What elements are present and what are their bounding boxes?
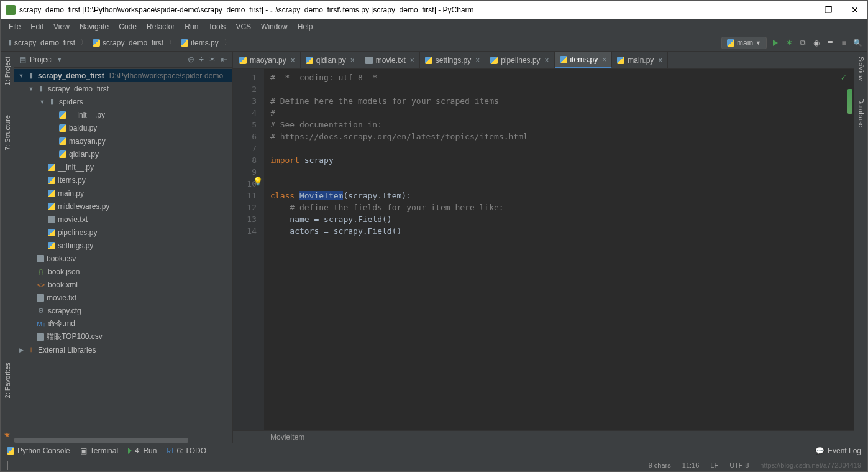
tree-file[interactable]: __init__.py	[14, 160, 232, 174]
tree-file[interactable]: pipelines.py	[14, 226, 232, 239]
tool-structure[interactable]: 7: Structure	[4, 113, 11, 153]
maximize-button[interactable]: ❐	[821, 4, 836, 16]
code-line[interactable]: # Define here the models for your scrape…	[270, 95, 854, 107]
code-line[interactable]: # define the fields for your item here l…	[270, 201, 854, 213]
collapse-icon[interactable]: ÷	[199, 55, 204, 64]
code-line[interactable]: import scrapy	[270, 154, 854, 166]
editor-tab[interactable]: qidian.py×	[301, 52, 360, 68]
menu-vcs[interactable]: VCS	[231, 21, 255, 32]
breadcrumb-mid[interactable]: scrapy_demo_first	[90, 38, 166, 48]
tree-file[interactable]: maoyan.py	[14, 134, 232, 147]
close-icon[interactable]: ×	[350, 56, 355, 65]
tree-file[interactable]: M↓命令.md	[14, 317, 232, 330]
status-position[interactable]: 11:16	[682, 461, 700, 469]
stop-button[interactable]: ■	[839, 38, 849, 48]
chevron-down-icon[interactable]: ▼	[18, 73, 24, 79]
tree-file[interactable]: items.py	[14, 174, 232, 187]
close-icon[interactable]: ×	[475, 56, 480, 65]
chevron-down-icon[interactable]: ▼	[28, 86, 34, 92]
editor-marker-stripe[interactable]	[846, 86, 854, 118]
editor-tab[interactable]: main.py×	[612, 52, 668, 68]
code-line[interactable]	[270, 178, 854, 190]
tree-file[interactable]: main.py	[14, 187, 232, 200]
close-icon[interactable]: ×	[291, 56, 295, 65]
editor-tab[interactable]: movie.txt×	[360, 52, 420, 68]
menu-refactor[interactable]: Refactor	[142, 21, 179, 32]
editor-tab[interactable]: pipelines.py×	[485, 52, 554, 68]
tree-package[interactable]: ▼ ▮ scrapy_demo_first	[14, 82, 232, 95]
debug-button[interactable]: ✶	[784, 38, 794, 48]
tree-file[interactable]: <>book.xml	[14, 278, 232, 291]
menu-code[interactable]: Code	[114, 21, 141, 32]
menu-edit[interactable]: Edit	[26, 21, 48, 32]
code-line[interactable]	[270, 83, 854, 95]
tool-todo[interactable]: ☑6: TODO	[167, 447, 206, 455]
inspection-ok-icon[interactable]: ✓	[841, 72, 846, 83]
sidebar-scrollbar[interactable]	[14, 437, 232, 443]
code-line[interactable]: # https://docs.scrapy.org/en/latest/topi…	[270, 131, 854, 142]
locate-icon[interactable]: ⊕	[188, 55, 194, 64]
menu-view[interactable]: View	[49, 21, 74, 32]
tool-python-console[interactable]: Python Console	[7, 447, 70, 455]
tool-terminal[interactable]: ▣Terminal	[80, 447, 118, 455]
code-line[interactable]: #	[270, 107, 854, 119]
chevron-down-icon[interactable]: ▼	[39, 99, 45, 105]
close-icon[interactable]: ×	[410, 56, 414, 65]
tree-file[interactable]: 猫眼TOP100.csv	[14, 330, 232, 343]
menu-window[interactable]: Window	[257, 21, 292, 32]
editor-breadcrumb[interactable]: MovieItem	[233, 430, 854, 443]
tree-file[interactable]: book.csv	[14, 252, 232, 265]
project-tree[interactable]: ▼ ▮ scrapy_demo_first D:\Python\workspac…	[14, 68, 232, 437]
menu-tools[interactable]: Tools	[204, 21, 230, 32]
close-icon[interactable]: ×	[602, 55, 606, 64]
editor-tab[interactable]: settings.py×	[420, 52, 485, 68]
editor-body[interactable]: 1234567891011121314 💡 ✓ # -*- coding: ut…	[233, 69, 854, 430]
status-encoding[interactable]: UTF-8	[729, 461, 749, 469]
menu-help[interactable]: Help	[293, 21, 318, 32]
status-line-separator[interactable]: LF	[710, 461, 718, 469]
code-line[interactable]: class MovieItem(scrapy.Item):	[270, 190, 854, 201]
search-everywhere-button[interactable]: 🔍	[852, 38, 862, 48]
chevron-down-icon[interactable]: ▼	[57, 57, 62, 63]
tree-root[interactable]: ▼ ▮ scrapy_demo_first D:\Python\workspac…	[14, 69, 232, 82]
menu-run[interactable]: Run	[180, 21, 203, 32]
code-line[interactable]: name = scrapy.Field()	[270, 213, 854, 225]
code-editor[interactable]: 💡 ✓ # -*- coding: utf-8 -*-# Define here…	[264, 69, 854, 430]
editor-tab[interactable]: items.py×	[555, 52, 613, 68]
tree-file[interactable]: middlewares.py	[14, 200, 232, 213]
tree-file[interactable]: __init__.py	[14, 108, 232, 121]
tree-file[interactable]: {}book.json	[14, 265, 232, 278]
tree-folder-spiders[interactable]: ▼ ▮ spiders	[14, 95, 232, 108]
settings-icon[interactable]: ✶	[209, 55, 216, 64]
tree-file[interactable]: baidu.py	[14, 121, 232, 134]
chevron-right-icon[interactable]: ▶	[18, 347, 24, 353]
tree-file[interactable]: qidian.py	[14, 147, 232, 160]
tool-run[interactable]: 4: Run	[128, 447, 157, 455]
run-coverage-button[interactable]: ⧉	[798, 38, 808, 48]
code-line[interactable]: # See documentation in:	[270, 119, 854, 131]
tool-database[interactable]: Database	[857, 96, 865, 130]
profiler-button[interactable]: ◉	[811, 38, 821, 48]
tool-sciview[interactable]: SciView	[857, 54, 865, 83]
tool-window-toggle-icon[interactable]	[7, 461, 8, 470]
tree-file[interactable]: ⚙scrapy.cfg	[14, 304, 232, 317]
code-line[interactable]	[270, 166, 854, 178]
breadcrumb-root[interactable]: ▮scrapy_demo_first	[6, 38, 78, 48]
close-button[interactable]: ✕	[847, 4, 862, 16]
run-configuration-selector[interactable]: main ▼	[721, 37, 767, 49]
menu-file[interactable]: File	[4, 21, 25, 32]
tool-event-log[interactable]: 💬Event Log	[815, 447, 861, 455]
intention-bulb-icon[interactable]: 💡	[253, 175, 263, 187]
tool-favorites[interactable]: 2: Favorites	[4, 360, 11, 400]
tree-external-libraries[interactable]: ▶ ⫴ External Libraries	[14, 343, 232, 356]
code-line[interactable]	[270, 142, 854, 154]
concurrency-button[interactable]: ≣	[825, 38, 835, 48]
run-button[interactable]	[770, 38, 780, 48]
tree-file[interactable]: movie.txt	[14, 213, 232, 226]
tool-project[interactable]: 1: Project	[4, 54, 11, 88]
code-line[interactable]: # -*- coding: utf-8 -*-	[270, 72, 854, 83]
minimize-button[interactable]: —	[793, 4, 810, 16]
hide-icon[interactable]: ⇤	[221, 55, 227, 64]
menu-navigate[interactable]: Navigate	[75, 21, 113, 32]
close-icon[interactable]: ×	[658, 56, 662, 65]
